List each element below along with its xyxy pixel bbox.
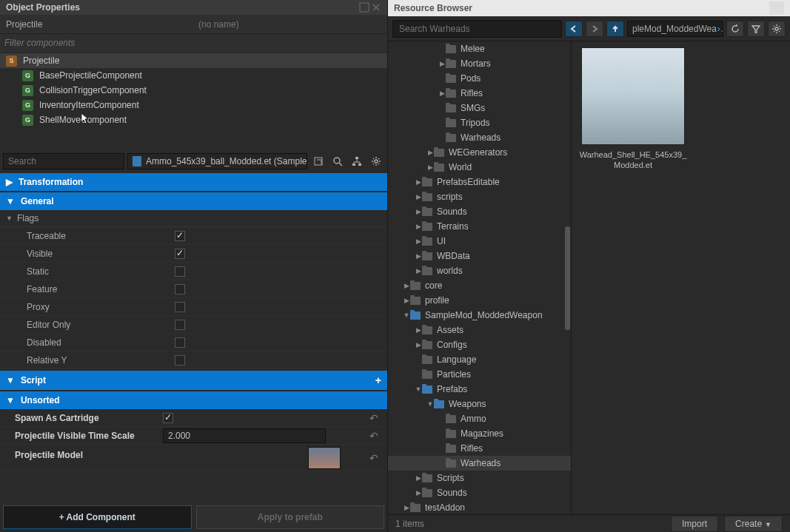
flag-checkbox[interactable] <box>175 249 185 259</box>
folder-tree[interactable]: Melee▶MortarsPods▶RiflesSMGsTripodsWarhe… <box>388 41 572 514</box>
object-name[interactable]: (no name) <box>198 19 239 30</box>
revert-button[interactable]: ↶ <box>369 412 378 424</box>
folder-tree-item[interactable]: ▶World <box>388 160 571 175</box>
folder-tree-item[interactable]: ▶core <box>388 278 571 293</box>
svg-rect-0 <box>360 3 369 12</box>
object-properties-panel: Object Properties Projectile (no name) S… <box>0 0 388 532</box>
nav-up-button[interactable] <box>606 21 624 37</box>
folder-tree-item[interactable]: Warheads <box>388 456 571 471</box>
folder-tree-item[interactable]: ▶scripts <box>388 189 571 204</box>
folder-tree-item[interactable]: Pods <box>388 71 571 86</box>
folder-tree-item[interactable]: SMGs <box>388 101 571 115</box>
close-icon[interactable] <box>769 1 784 15</box>
component-item[interactable]: G CollisionTriggerComponent <box>0 83 387 98</box>
component-item[interactable]: G InventoryItemComponent <box>0 98 387 112</box>
close-icon[interactable] <box>371 2 381 13</box>
nav-forward-button[interactable] <box>586 21 603 37</box>
svg-rect-5 <box>352 164 355 166</box>
revert-button[interactable]: ↶ <box>369 452 378 464</box>
component-item[interactable]: G ShellMoveComponent <box>0 112 387 127</box>
folder-tree-item[interactable]: ▶worlds <box>388 263 571 278</box>
add-script-button[interactable]: + <box>375 374 381 386</box>
component-root[interactable]: S Projectile <box>0 53 387 68</box>
folder-tree-item[interactable]: ▶Scripts <box>388 471 571 485</box>
section-general[interactable]: ▼ General <box>0 192 387 210</box>
folder-tree-item[interactable]: Language <box>388 352 571 367</box>
flag-checkbox[interactable] <box>175 284 185 294</box>
checkbox-spawn-as-cartridge[interactable] <box>163 413 173 423</box>
resource-item[interactable]: Warhead_Shell_HE_545x39_Modded.et <box>578 47 689 171</box>
revert-button[interactable]: ↶ <box>369 430 378 442</box>
create-button[interactable]: Create▼ <box>724 516 783 532</box>
flag-checkbox[interactable] <box>175 231 185 241</box>
flag-label: Static <box>27 266 175 277</box>
settings-button[interactable] <box>768 21 786 37</box>
tree-caret-icon: ▼ <box>403 312 410 319</box>
nav-back-button[interactable] <box>565 21 583 37</box>
folder-tree-item[interactable]: ▶Rifles <box>388 86 571 101</box>
flag-checkbox[interactable] <box>175 320 185 330</box>
model-thumbnail[interactable] <box>308 447 341 469</box>
folder-tree-item[interactable]: ▶Mortars <box>388 56 571 71</box>
folder-tree-item[interactable]: ▶Sounds <box>388 204 571 219</box>
import-button[interactable]: Import <box>671 516 718 532</box>
flags-group-header[interactable]: ▼ Flags <box>0 210 387 227</box>
panel-window-icon[interactable] <box>359 2 369 13</box>
breadcrumb[interactable]: pleMod_ModdedWea›...›W <box>627 21 723 37</box>
svg-point-3 <box>334 158 340 164</box>
folder-label: PrefabsEditable <box>437 177 500 187</box>
prefab-file-selector[interactable]: Ammo_545x39_ball_Modded.et (SampleMod) ▼ <box>127 153 307 169</box>
folder-tree-item[interactable]: ▶WEGenerators <box>388 145 571 160</box>
folder-tree-item[interactable]: ▼SampleMod_ModdedWeapon <box>388 308 571 323</box>
input-visible-time-scale[interactable] <box>163 428 326 443</box>
section-transformation[interactable]: ▶ Transformation <box>0 173 387 191</box>
section-script[interactable]: ▼ Script + <box>0 371 387 390</box>
folder-tree-item[interactable]: ▶Assets <box>388 323 571 337</box>
folder-label: worlds <box>437 266 463 276</box>
flag-checkbox[interactable] <box>175 355 185 366</box>
resource-search-input[interactable] <box>392 20 562 38</box>
flag-checkbox[interactable] <box>175 302 185 312</box>
section-unsorted[interactable]: ▼ Unsorted <box>0 391 387 409</box>
hierarchy-button[interactable] <box>349 153 365 169</box>
property-search-input[interactable] <box>3 153 124 169</box>
component-item[interactable]: G BaseProjectileComponent <box>0 68 387 83</box>
folder-tree-item[interactable]: Particles <box>388 367 571 382</box>
add-component-button[interactable]: + Add Component <box>3 505 192 529</box>
folder-label: core <box>425 280 442 291</box>
flag-checkbox[interactable] <box>175 266 185 277</box>
folder-tree-item[interactable]: ▼Weapons <box>388 397 571 411</box>
folder-tree-item[interactable]: Magazines <box>388 426 571 441</box>
folder-tree-item[interactable]: ▶Configs <box>388 337 571 352</box>
folder-tree-item[interactable]: Warheads <box>388 130 571 145</box>
folder-label: Prefabs <box>437 384 467 394</box>
flag-checkbox[interactable] <box>175 337 185 348</box>
search-button[interactable] <box>329 153 346 169</box>
folder-icon <box>422 489 432 497</box>
filter-button[interactable] <box>747 21 765 37</box>
folder-label: SampleMod_ModdedWeapon <box>425 310 543 320</box>
resource-grid[interactable]: Warhead_Shell_HE_545x39_Modded.et <box>572 41 790 514</box>
scrollbar-thumb[interactable] <box>565 226 570 330</box>
refresh-button[interactable] <box>726 21 744 37</box>
folder-tree-item[interactable]: ▶Terrains <box>388 219 571 234</box>
svg-rect-6 <box>358 164 361 166</box>
filter-components-input[interactable] <box>4 38 383 48</box>
folder-tree-item[interactable]: ▶UI <box>388 234 571 249</box>
folder-icon <box>410 282 421 290</box>
open-external-button[interactable] <box>310 153 327 169</box>
folder-label: SMGs <box>461 103 485 113</box>
folder-tree-item[interactable]: ▶testAddon <box>388 500 571 514</box>
settings-button[interactable] <box>368 153 384 169</box>
folder-tree-item[interactable]: Rifles <box>388 441 571 456</box>
folder-tree-item[interactable]: ▶profile <box>388 293 571 308</box>
folder-tree-item[interactable]: ▶PrefabsEditable <box>388 175 571 189</box>
component-icon: G <box>22 100 33 111</box>
folder-tree-item[interactable]: Tripods <box>388 115 571 130</box>
folder-tree-item[interactable]: Ammo <box>388 411 571 426</box>
folder-tree-item[interactable]: ▼Prefabs <box>388 382 571 397</box>
folder-tree-item[interactable]: ▶WBData <box>388 249 571 263</box>
folder-tree-item[interactable]: ▶Sounds <box>388 485 571 500</box>
entity-icon: S <box>6 55 17 67</box>
folder-tree-item[interactable]: Melee <box>388 41 571 56</box>
